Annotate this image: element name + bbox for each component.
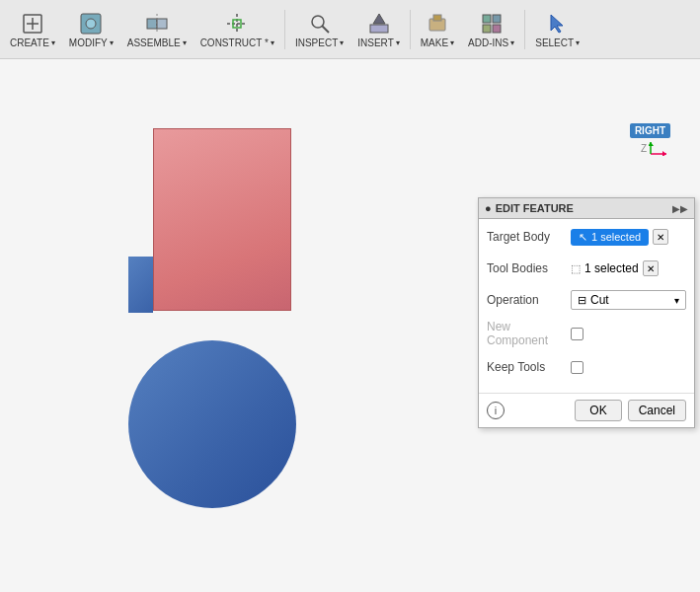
toolbar-item-construct[interactable]: CONSTRUCT *▾: [194, 6, 280, 52]
operation-label: Operation: [487, 293, 571, 307]
add-ins-label: ADD-INS▾: [468, 37, 514, 48]
assemble-label: ASSEMBLE▾: [127, 37, 187, 48]
axes-display: Z: [641, 140, 670, 156]
toolbar-item-create[interactable]: CREATE▾: [4, 6, 61, 52]
create-label: CREATE▾: [10, 37, 55, 48]
svg-rect-20: [493, 25, 501, 33]
construct-label: CONSTRUCT *▾: [200, 37, 274, 48]
inspect-label: INSPECT▾: [295, 37, 344, 48]
select-label: SELECT▾: [535, 37, 580, 48]
pink-rectangle: [153, 128, 291, 311]
keep-tools-label: Keep Tools: [487, 360, 571, 374]
toolbar-item-add-ins[interactable]: ADD-INS▾: [462, 6, 520, 52]
svg-rect-19: [483, 25, 491, 33]
dropdown-arrow-icon: ▾: [674, 295, 679, 306]
make-label: MAKE▾: [421, 37, 454, 48]
toolbar-item-insert[interactable]: INSERT▾: [351, 6, 406, 52]
operation-dropdown[interactable]: ⊟ Cut ▾: [571, 290, 686, 310]
toolbar-item-assemble[interactable]: ASSEMBLE▾: [121, 6, 193, 52]
svg-rect-6: [157, 19, 167, 29]
separator-1: [284, 10, 285, 49]
toolbar: CREATE▾ MODIFY▾ ASSEMBLE▾: [0, 0, 700, 59]
select-icon: [544, 10, 572, 37]
svg-rect-17: [483, 15, 491, 23]
new-component-label: New Component: [487, 320, 571, 347]
insert-icon: [365, 10, 393, 37]
panel-body: Target Body ↖ 1 selected ✕ Tool Bodies ⬚…: [479, 219, 694, 393]
svg-point-4: [86, 19, 96, 29]
blue-semicircle: [128, 340, 296, 508]
svg-rect-5: [147, 19, 157, 29]
inspect-icon: [306, 10, 334, 37]
operation-icon: ⊟: [578, 294, 586, 307]
target-body-row: Target Body ↖ 1 selected ✕: [487, 225, 686, 249]
assemble-icon: [143, 10, 171, 37]
z-axis-label: Z: [641, 143, 647, 154]
svg-marker-14: [373, 14, 385, 24]
insert-label: INSERT▾: [357, 37, 400, 48]
edit-panel: ● EDIT FEATURE ▶▶ Target Body ↖ 1 select…: [478, 197, 695, 428]
canvas-area: RIGHT Z ● EDIT FEATURE ▶▶ Target Body: [0, 59, 700, 592]
panel-title: ● EDIT FEATURE: [485, 202, 574, 214]
modify-icon: [77, 10, 105, 37]
separator-2: [410, 10, 411, 49]
info-button[interactable]: i: [487, 402, 505, 419]
separator-3: [524, 10, 525, 49]
panel-expand-icon[interactable]: ▶▶: [672, 203, 688, 214]
new-component-row: New Component: [487, 320, 686, 347]
svg-marker-21: [551, 15, 563, 33]
footer-buttons: OK Cancel: [575, 400, 686, 421]
svg-rect-13: [370, 25, 388, 33]
add-ins-icon: [478, 10, 506, 37]
cursor-icon: ↖: [579, 231, 587, 244]
panel-title-text: EDIT FEATURE: [496, 202, 574, 214]
keep-tools-checkbox-container: [571, 361, 583, 374]
make-icon: [424, 10, 451, 37]
toolbar-item-modify[interactable]: MODIFY▾: [63, 6, 119, 52]
toolbar-item-inspect[interactable]: INSPECT▾: [289, 6, 350, 52]
3d-shapes: [128, 128, 326, 503]
modify-label: MODIFY▾: [69, 37, 114, 48]
panel-footer: i OK Cancel: [479, 393, 694, 427]
keep-tools-checkbox[interactable]: [571, 361, 583, 374]
keep-tools-row: Keep Tools: [487, 355, 686, 379]
svg-rect-16: [433, 15, 441, 21]
new-component-checkbox[interactable]: [571, 328, 583, 340]
tool-body-icon: ⬚: [571, 262, 581, 275]
operation-value: Cut: [590, 293, 609, 307]
tool-bodies-row: Tool Bodies ⬚ 1 selected ✕: [487, 257, 686, 280]
panel-pin-icon[interactable]: ●: [485, 202, 492, 214]
tool-bodies-label: Tool Bodies: [487, 261, 571, 275]
tool-bodies-clear[interactable]: ✕: [643, 260, 659, 276]
blue-overlap: [128, 257, 153, 313]
svg-rect-18: [493, 15, 501, 23]
target-body-clear[interactable]: ✕: [653, 229, 668, 245]
view-label[interactable]: RIGHT: [630, 123, 670, 138]
cancel-button[interactable]: Cancel: [628, 400, 686, 421]
view-cube: RIGHT Z: [611, 123, 670, 173]
svg-line-12: [322, 26, 329, 33]
operation-row: Operation ⊟ Cut ▾: [487, 288, 686, 312]
create-icon: [19, 10, 46, 37]
construct-icon: [223, 10, 251, 37]
target-body-label: Target Body: [487, 230, 571, 244]
target-body-selected[interactable]: ↖ 1 selected: [571, 229, 649, 246]
axes-arrows-icon: [649, 140, 670, 156]
toolbar-item-select[interactable]: SELECT▾: [529, 6, 585, 52]
tool-bodies-value: 1 selected: [584, 261, 639, 275]
toolbar-item-make[interactable]: MAKE▾: [415, 6, 460, 52]
target-body-value: 1 selected: [591, 231, 641, 243]
ok-button[interactable]: OK: [575, 400, 621, 421]
panel-header: ● EDIT FEATURE ▶▶: [479, 198, 694, 219]
new-component-checkbox-container: [571, 328, 583, 340]
